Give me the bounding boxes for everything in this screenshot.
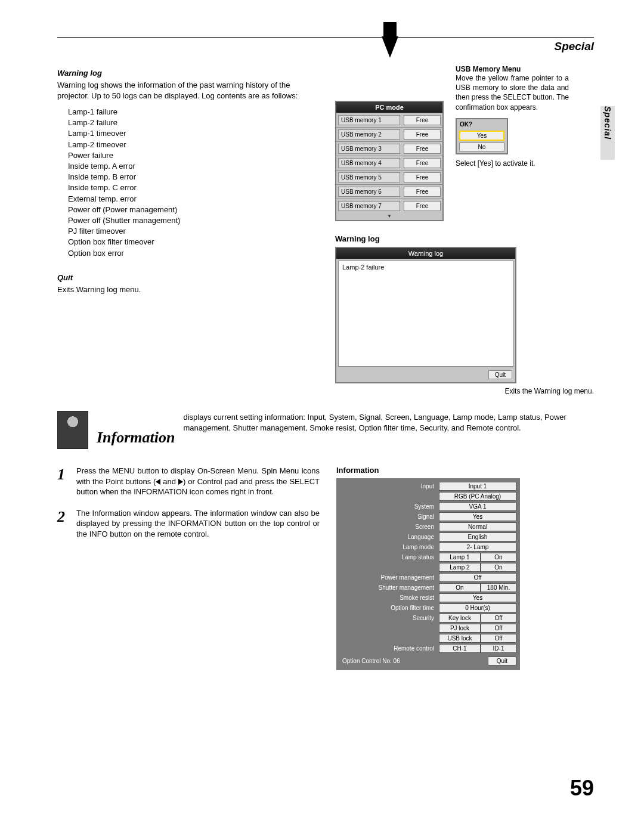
warning-log-entry: Lamp-2 failure — [342, 264, 384, 271]
usb-memory-row[interactable]: USB memory 7Free — [336, 199, 442, 213]
warning-log-caption: Exits the Warning log menu. — [335, 387, 594, 395]
ip-value: 180 Min. — [481, 583, 516, 592]
usb-memory-value: Free — [404, 158, 441, 168]
warning-log-window: Warning log Lamp-2 failure Quit — [335, 247, 516, 383]
ip-value: Normal — [439, 522, 516, 531]
ip-value: Off — [481, 624, 516, 633]
list-item: Lamp-2 timeover — [68, 140, 320, 150]
list-item: Power off (Power management) — [68, 205, 320, 215]
ip-label: Power management — [340, 573, 439, 582]
ip-label: Shutter management — [340, 583, 439, 592]
ip-value: VGA 1 — [439, 502, 516, 511]
page-number: 59 — [570, 776, 594, 801]
ip-label: Signal — [340, 512, 439, 521]
step-1-text: Press the MENU button to display On-Scre… — [76, 466, 320, 497]
confirmation-box: OK? Yes No — [456, 118, 508, 154]
ip-value: Key lock — [439, 614, 481, 623]
usb-memory-label: USB memory 2 — [338, 129, 400, 140]
list-item: Lamp-1 timeover — [68, 128, 320, 139]
list-item: Power failure — [68, 150, 320, 161]
quit-text: Exits Warning log menu. — [57, 284, 320, 295]
warning-log-intro: Warning log shows the information of the… — [57, 80, 320, 101]
step-1-part-b: and — [160, 477, 178, 486]
ip-label: Screen — [340, 522, 439, 531]
side-tab-label: Special — [600, 106, 615, 140]
ip-value: CH-1 — [439, 644, 481, 653]
scroll-down-icon[interactable]: ▼ — [336, 213, 442, 220]
side-tab: Special — [600, 106, 615, 160]
no-option[interactable]: No — [459, 143, 504, 151]
usb-memory-heading: USB Memory Menu — [456, 65, 569, 73]
ip-value: Off — [481, 634, 516, 643]
yes-option[interactable]: Yes — [459, 131, 504, 141]
information-title: Information — [97, 429, 175, 449]
ip-label: Option filter time — [340, 603, 439, 612]
ip-value: On — [481, 563, 516, 572]
usb-memory-row[interactable]: USB memory 3Free — [336, 141, 442, 156]
ip-label: Remote control — [340, 644, 439, 653]
ip-value: PJ lock — [439, 624, 481, 633]
ip-label: Smoke resist — [340, 593, 439, 602]
ip-label: Language — [340, 532, 439, 541]
ip-value: Lamp 1 — [439, 553, 481, 562]
top-rule — [57, 37, 594, 38]
warning-log-quit-button[interactable]: Quit — [488, 370, 512, 379]
information-panel-label: Information — [336, 466, 594, 475]
list-item: Inside temp. A error — [68, 161, 320, 172]
usb-memory-value: Free — [404, 172, 441, 182]
ip-value: On — [439, 583, 481, 592]
list-item: Power off (Shutter management) — [68, 215, 320, 226]
ip-value: Off — [439, 573, 516, 582]
pc-mode-menu: PC mode USB memory 1Free USB memory 2Fre… — [335, 101, 444, 221]
info-quit-button[interactable]: Quit — [488, 657, 516, 665]
list-item: Inside temp. B error — [68, 172, 320, 182]
list-item: External temp. error — [68, 194, 320, 205]
ip-value: English — [439, 532, 516, 541]
ip-value: RGB (PC Analog) — [439, 492, 516, 501]
ip-label: Input — [340, 482, 439, 491]
ip-value: On — [481, 553, 516, 562]
usb-memory-row[interactable]: USB memory 4Free — [336, 156, 442, 170]
list-item: Lamp-1 failure — [68, 107, 320, 117]
usb-memory-label: USB memory 6 — [338, 187, 400, 197]
usb-memory-label: USB memory 1 — [338, 115, 400, 125]
ip-value: ID-1 — [481, 644, 516, 653]
usb-memory-label: USB memory 4 — [338, 158, 400, 168]
usb-memory-label: USB memory 7 — [338, 201, 400, 211]
ip-value: 2- Lamp — [439, 543, 516, 552]
ip-label — [340, 492, 439, 501]
list-item: Option box filter timeover — [68, 237, 320, 247]
usb-memory-value: Free — [404, 201, 441, 211]
ip-value: 0 Hour(s) — [439, 603, 516, 612]
ip-value: USB lock — [439, 634, 481, 643]
step-number-2: 2 — [57, 508, 69, 540]
usb-memory-footer: Select [Yes] to activate it. — [456, 159, 569, 169]
ip-value: Yes — [439, 593, 516, 602]
warning-log-section-label: Warning log — [335, 234, 594, 243]
usb-memory-text: Move the yellow frame pointer to a USB m… — [456, 73, 569, 112]
usb-memory-value: Free — [404, 129, 441, 140]
usb-memory-row[interactable]: USB memory 6Free — [336, 184, 442, 199]
arrow-down-icon — [382, 36, 398, 58]
warning-log-window-title: Warning log — [336, 248, 515, 259]
ip-value: Input 1 — [439, 482, 516, 491]
usb-memory-value: Free — [404, 115, 441, 125]
step-2-text: The Information window appears. The info… — [76, 508, 320, 540]
usb-memory-row[interactable]: USB memory 5Free — [336, 170, 442, 184]
warning-log-body: Lamp-2 failure — [338, 261, 513, 367]
ip-value: Lamp 2 — [439, 563, 481, 572]
ip-label: Security — [340, 614, 439, 623]
list-item: Lamp-2 failure — [68, 117, 320, 128]
information-icon — [57, 411, 88, 449]
ip-label: Lamp status — [340, 553, 439, 562]
usb-memory-row[interactable]: USB memory 1Free — [336, 113, 442, 127]
option-control-label: Option Control No. 06 — [340, 658, 400, 664]
triangle-right-icon — [178, 479, 183, 485]
ip-label: System — [340, 502, 439, 511]
ip-value: Off — [481, 614, 516, 623]
warning-log-list: Lamp-1 failure Lamp-2 failure Lamp-1 tim… — [57, 107, 320, 259]
ok-label: OK? — [457, 119, 507, 129]
quit-heading: Quit — [57, 273, 320, 282]
usb-memory-label: USB memory 5 — [338, 172, 400, 182]
usb-memory-row[interactable]: USB memory 2Free — [336, 127, 442, 141]
